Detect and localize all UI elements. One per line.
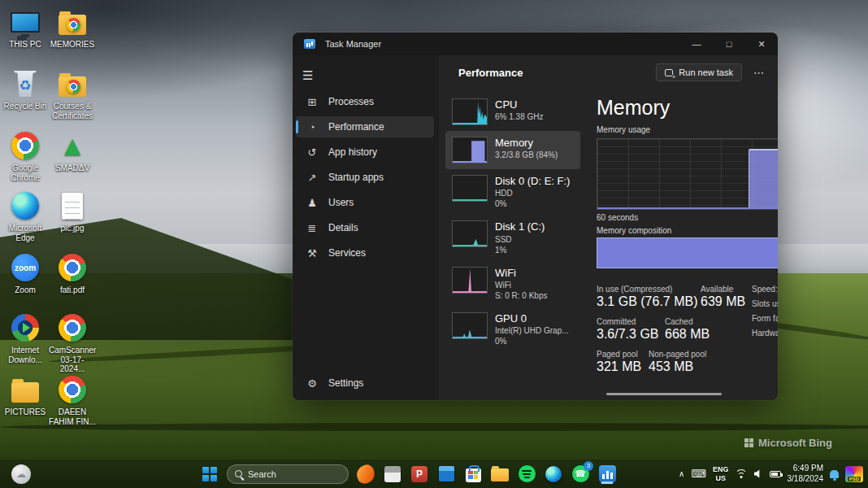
desktop-icon-google-chrome[interactable]: Google Chrome: [2, 130, 49, 182]
nonpaged-pool-label: Non-paged pool: [649, 350, 706, 359]
perf-item-memory[interactable]: Memory 3.2/3.8 GB (84%): [445, 131, 580, 169]
memory-usage-area-fill: [749, 149, 779, 209]
run-new-task-button[interactable]: Run new task: [656, 63, 742, 81]
perf-item-gpu0[interactable]: GPU 0 Intel(R) UHD Grap... 0%: [445, 307, 580, 352]
taskbar-icon-spotify[interactable]: [517, 464, 536, 484]
taskbar-icon-blue-box[interactable]: [436, 464, 456, 484]
orange-swoosh-icon: [354, 463, 377, 486]
sidebar-item-app-history[interactable]: ↺ App history: [296, 142, 434, 163]
paged-pool-label: Paged pool: [597, 350, 638, 359]
edge-icon: [10, 190, 41, 221]
speed-label-clipped: Speed:: [752, 285, 778, 294]
taskbar-icon-microsoft-store[interactable]: [463, 464, 483, 484]
smadav-triangle-icon: ▲: [57, 130, 88, 161]
language-switcher[interactable]: ENG US: [713, 465, 729, 482]
desktop-icon-smadav[interactable]: ▲ SMADΔV: [49, 130, 96, 173]
desktop-icon-camscanner[interactable]: CamScanner 03-17-2024...: [49, 312, 96, 374]
taskbar-icon-edge[interactable]: [544, 464, 563, 484]
chrome-icon: [57, 252, 88, 283]
sidebar: ☰ ⊞ Processes ◔ Performance ↺ App histor…: [293, 55, 439, 400]
desktop-icon-courses-certificates[interactable]: Courses & Certificates: [49, 68, 96, 120]
form-factor-label-clipped: Form fa: [752, 314, 778, 323]
colorful-psd-icon[interactable]: PSD: [845, 466, 863, 482]
bing-watermark: Microsoft Bing: [744, 437, 832, 449]
new-task-icon: [665, 69, 673, 76]
task-manager-app-icon: [304, 39, 315, 49]
desktop-icon-microsoft-edge[interactable]: Microsoft Edge: [2, 190, 49, 242]
tray-chevron-up-icon[interactable]: ∧: [679, 469, 684, 478]
paged-pool-value: 321 MB: [597, 359, 641, 374]
volume-icon[interactable]: [754, 469, 763, 478]
search-icon: [235, 470, 242, 477]
memory-usage-graph: [597, 138, 778, 210]
in-use-value: 3.1 GB (76.7 MB): [597, 294, 698, 309]
available-label: Available: [701, 285, 733, 294]
touch-keyboard-icon[interactable]: ⌨: [691, 468, 706, 480]
perf-item-cpu[interactable]: CPU 6% 1.38 GHz: [445, 93, 580, 131]
app-history-icon: ↺: [306, 146, 319, 159]
cached-value: 668 MB: [665, 327, 710, 342]
wifi-icon[interactable]: [736, 469, 748, 479]
notification-bell-icon[interactable]: [830, 470, 839, 478]
task-manager-icon: [599, 465, 616, 482]
desktop-icon-pictures[interactable]: PICTURES: [2, 374, 49, 417]
horizontal-scrollbar[interactable]: [606, 393, 722, 395]
edge-icon: [545, 466, 562, 482]
sidebar-item-services[interactable]: ⚒ Services: [296, 242, 434, 264]
sidebar-item-performance[interactable]: ◔ Performance: [296, 116, 434, 137]
sidebar-item-details[interactable]: ≣ Details: [296, 217, 434, 238]
hardware-label-clipped: Hardwa: [752, 329, 778, 338]
perf-item-disk0[interactable]: Disk 0 (D: E: F:) HDD 0%: [445, 169, 580, 215]
performance-list: CPU 6% 1.38 GHz Memory 3.2/3.8 GB (84%) …: [445, 93, 580, 352]
sidebar-item-settings[interactable]: ⚙ Settings: [296, 373, 434, 394]
processes-icon: ⊞: [306, 96, 319, 108]
desktop-icon-daeen-fahim[interactable]: DAEEN FAHIM FIN...: [49, 374, 96, 426]
weather-widget[interactable]: ☁: [11, 464, 31, 484]
taskbar-icon-file-explorer[interactable]: [490, 464, 510, 484]
sidebar-item-users[interactable]: ♟ Users: [296, 192, 434, 213]
desktop-icon-pic-jpg[interactable]: pic.jpg: [49, 190, 96, 233]
taskbar-icon-whatsapp[interactable]: ☎ 3: [571, 464, 590, 484]
chrome-icon: [57, 312, 88, 343]
sidebar-item-startup-apps[interactable]: ↗ Startup apps: [296, 167, 434, 188]
desktop-icon-internet-download-manager[interactable]: Internet Downlo...: [2, 312, 49, 364]
battery-icon[interactable]: [770, 471, 781, 477]
task-manager-window: Task Manager — □ ✕ ☰ ⊞ Processes ◔ Perfo…: [293, 33, 778, 400]
wifi-mini-graph: [452, 267, 488, 294]
maximize-button[interactable]: □: [713, 33, 745, 55]
timespan-label: 60 seconds: [597, 213, 638, 222]
close-button[interactable]: ✕: [745, 33, 778, 55]
search-input[interactable]: Search: [227, 464, 349, 484]
taskbar-icon-orange-app[interactable]: [356, 464, 375, 484]
memory-composition-bar[interactable]: [597, 237, 778, 268]
memory-mini-graph: [452, 137, 488, 163]
desktop-icon-fati-pdf[interactable]: fati.pdf: [49, 252, 96, 295]
taskbar-icon-picsart[interactable]: P: [410, 464, 429, 484]
desktop-icon-recycle-bin[interactable]: ♻ Recycle Bin: [2, 68, 49, 111]
clock-and-date[interactable]: 6:49 PM 3/18/2024: [788, 464, 824, 484]
start-button[interactable]: [200, 464, 219, 484]
users-icon: ♟: [306, 197, 319, 209]
recycle-bin-icon: ♻: [10, 68, 41, 99]
picsart-icon: P: [411, 466, 427, 482]
startup-apps-icon: ↗: [306, 172, 319, 184]
available-value: 639 MB: [701, 294, 745, 309]
hamburger-menu-icon[interactable]: ☰: [302, 68, 313, 83]
idm-icon: [10, 312, 41, 343]
page-title: Performance: [458, 67, 523, 79]
cpu-mini-graph: [452, 98, 488, 125]
desktop-icon-zoom[interactable]: zoom Zoom: [2, 252, 49, 295]
memory-composition-label: Memory composition: [597, 226, 671, 235]
perf-item-wifi[interactable]: WiFi WiFi S: 0 R: 0 Kbps: [445, 261, 580, 307]
taskbar-icon-task-manager-active[interactable]: [597, 464, 617, 484]
desktop-icon-this-pc[interactable]: THIS PC: [2, 7, 49, 50]
minimize-button[interactable]: —: [680, 33, 713, 55]
windows-start-icon: [202, 467, 217, 481]
perf-item-disk1[interactable]: Disk 1 (C:) SSD 1%: [445, 215, 580, 260]
taskbar-icon-gray-app[interactable]: [383, 464, 402, 484]
disk1-mini-graph: [452, 220, 488, 247]
more-options-button[interactable]: ⋯: [747, 67, 771, 79]
desktop-icon-memories[interactable]: MEMORIES: [49, 7, 96, 50]
sidebar-item-processes[interactable]: ⊞ Processes: [296, 91, 434, 112]
details-icon: ≣: [306, 222, 319, 234]
